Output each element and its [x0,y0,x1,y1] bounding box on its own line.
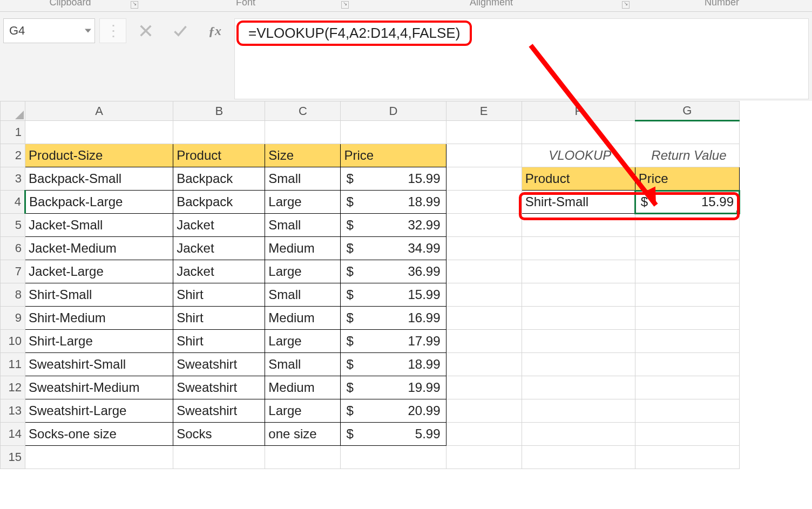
col-header-E[interactable]: E [446,101,522,121]
row-header-5[interactable]: 5 [1,214,25,237]
cancel-formula-button[interactable] [131,18,161,43]
cell-A1[interactable] [25,121,173,144]
dialog-launcher-icon[interactable] [131,1,138,9]
cell-G1[interactable] [635,121,739,144]
cell-A10[interactable]: Shirt-Large [25,330,173,353]
cell-E12[interactable] [446,376,522,399]
cell-F9[interactable] [522,307,635,330]
cell-F2[interactable]: VLOOKUP [522,144,635,167]
cell-C6[interactable]: Medium [265,237,341,260]
row-header-9[interactable]: 9 [1,307,25,330]
cell-G8[interactable] [635,283,739,307]
cell-A6[interactable]: Jacket-Medium [25,237,173,260]
cell-F4[interactable]: Shirt-Small [522,191,635,214]
cell-F7[interactable] [522,260,635,283]
cell-B3[interactable]: Backpack [173,167,265,191]
cell-G14[interactable] [635,423,739,446]
cell-A11[interactable]: Sweatshirt-Small [25,353,173,376]
cell-F13[interactable] [522,399,635,423]
cell-A15[interactable] [25,446,173,469]
cell-E3[interactable] [446,167,522,191]
select-all-corner[interactable] [1,101,25,121]
cell-C5[interactable]: Small [265,214,341,237]
cell-G13[interactable] [635,399,739,423]
dialog-launcher-icon[interactable] [341,1,349,9]
cell-D5[interactable]: $32.99 [341,214,446,237]
cell-C1[interactable] [265,121,341,144]
cell-B9[interactable]: Shirt [173,307,265,330]
cell-B7[interactable]: Jacket [173,260,265,283]
cell-F10[interactable] [522,330,635,353]
cell-G3[interactable]: Price [635,167,739,191]
cell-C10[interactable]: Large [265,330,341,353]
cell-D15[interactable] [341,446,446,469]
row-header-14[interactable]: 14 [1,423,25,446]
cell-G6[interactable] [635,237,739,260]
cell-F6[interactable] [522,237,635,260]
cell-E14[interactable] [446,423,522,446]
cell-D1[interactable] [341,121,446,144]
cell-D14[interactable]: $5.99 [341,423,446,446]
cell-D3[interactable]: $15.99 [341,167,446,191]
cell-C11[interactable]: Small [265,353,341,376]
row-header-10[interactable]: 10 [1,330,25,353]
cell-D10[interactable]: $17.99 [341,330,446,353]
cell-A8[interactable]: Shirt-Small [25,283,173,307]
cell-E1[interactable] [446,121,522,144]
cell-A12[interactable]: Sweatshirt-Medium [25,376,173,399]
cell-B1[interactable] [173,121,265,144]
cell-G7[interactable] [635,260,739,283]
cell-D8[interactable]: $15.99 [341,283,446,307]
cell-B13[interactable]: Sweatshirt [173,399,265,423]
cell-F8[interactable] [522,283,635,307]
cell-B6[interactable]: Jacket [173,237,265,260]
enter-formula-button[interactable] [165,18,195,43]
cell-E4[interactable] [446,191,522,214]
row-header-4[interactable]: 4 [1,191,25,214]
cell-C9[interactable]: Medium [265,307,341,330]
cell-A13[interactable]: Sweatshirt-Large [25,399,173,423]
cell-E10[interactable] [446,330,522,353]
col-header-C[interactable]: C [265,101,341,121]
cell-C14[interactable]: one size [265,423,341,446]
name-box[interactable]: G4 [3,18,95,43]
cell-F12[interactable] [522,376,635,399]
cell-D13[interactable]: $20.99 [341,399,446,423]
cell-G5[interactable] [635,214,739,237]
cell-G12[interactable] [635,376,739,399]
cell-E5[interactable] [446,214,522,237]
col-header-G[interactable]: G [635,101,739,121]
cell-C13[interactable]: Large [265,399,341,423]
chevron-down-icon[interactable] [85,29,91,33]
cell-B2[interactable]: Product [173,144,265,167]
cell-F11[interactable] [522,353,635,376]
row-header-6[interactable]: 6 [1,237,25,260]
dialog-launcher-icon[interactable] [622,1,630,9]
cell-A7[interactable]: Jacket-Large [25,260,173,283]
cell-E13[interactable] [446,399,522,423]
cell-E8[interactable] [446,283,522,307]
spreadsheet-grid[interactable]: A B C D E F G 1 2 Product-Size Product S… [0,101,812,469]
formula-bar-input[interactable]: =VLOOKUP(F4,A2:D14,4,FALSE) [234,18,809,99]
cell-B5[interactable]: Jacket [173,214,265,237]
cell-F1[interactable] [522,121,635,144]
cell-E2[interactable] [446,144,522,167]
cell-E6[interactable] [446,237,522,260]
cell-G4[interactable]: $15.99 [635,191,739,214]
cell-B4[interactable]: Backpack [173,191,265,214]
cell-B8[interactable]: Shirt [173,283,265,307]
cell-G2[interactable]: Return Value [635,144,739,167]
cell-F5[interactable] [522,214,635,237]
cell-A14[interactable]: Socks-one size [25,423,173,446]
cell-D2[interactable]: Price [341,144,446,167]
cell-A5[interactable]: Jacket-Small [25,214,173,237]
cell-E7[interactable] [446,260,522,283]
cell-D6[interactable]: $34.99 [341,237,446,260]
cell-C3[interactable]: Small [265,167,341,191]
row-header-15[interactable]: 15 [1,446,25,469]
cell-G10[interactable] [635,330,739,353]
col-header-F[interactable]: F [522,101,635,121]
formula-history-button[interactable]: ⋮ [99,18,126,43]
insert-function-button[interactable]: ƒx [200,18,230,43]
cell-G9[interactable] [635,307,739,330]
